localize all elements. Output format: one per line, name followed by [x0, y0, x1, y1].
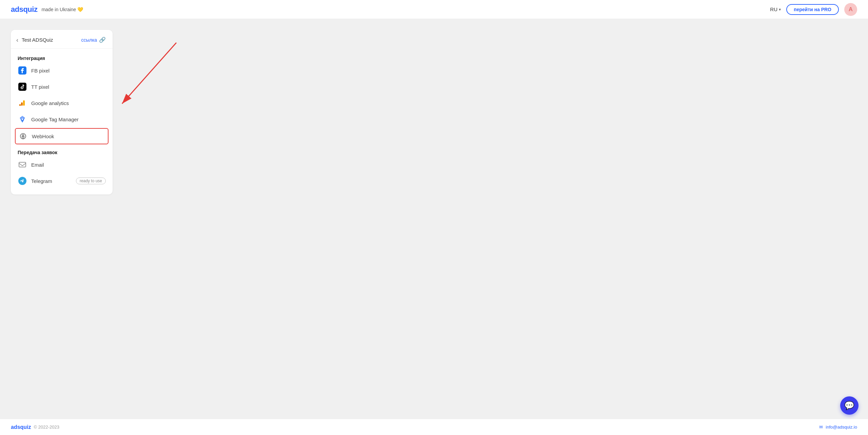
link-icon: 🔗 — [99, 37, 106, 43]
webhook-icon — [18, 131, 28, 141]
heart-icon: 💛 — [77, 7, 83, 12]
chat-icon: 💬 — [844, 401, 854, 410]
footer-right: ✉ info@adsquiz.io — [819, 424, 857, 430]
google-tag-manager-icon — [18, 115, 27, 124]
footer: adsquiz © 2022-2023 ✉ info@adsquiz.io — [0, 419, 868, 435]
svg-rect-1 — [18, 83, 26, 91]
sidebar-item-google-analytics[interactable]: Google analytics — [11, 95, 113, 111]
footer-left: adsquiz © 2022-2023 — [11, 424, 59, 430]
pro-button[interactable]: перейти на PRO — [786, 4, 839, 15]
webhook-label: WebHook — [32, 133, 54, 139]
fb-pixel-label: FB pixel — [31, 68, 50, 74]
ready-to-use-badge: ready to use — [76, 178, 106, 184]
email-label: Email — [31, 162, 44, 168]
tt-pixel-icon — [18, 82, 27, 91]
footer-logo: adsquiz — [11, 424, 31, 430]
email-icon — [18, 160, 27, 169]
svg-rect-7 — [19, 162, 26, 167]
back-button[interactable]: ‹ — [16, 37, 18, 43]
sidebar-item-email[interactable]: Email — [11, 157, 113, 173]
leads-section-label: Передача заявок — [11, 147, 113, 157]
svg-rect-2 — [23, 100, 25, 106]
avatar[interactable]: A — [844, 3, 857, 16]
tt-pixel-label: TT pixel — [31, 84, 49, 90]
header-left: adsquiz made in Ukraine 💛 — [11, 5, 83, 14]
footer-email[interactable]: info@adsquiz.io — [826, 424, 857, 430]
svg-point-6 — [22, 137, 24, 139]
svg-point-4 — [19, 104, 21, 106]
integration-section-label: Интеграция — [11, 53, 113, 62]
telegram-label: Telegram — [31, 178, 52, 184]
language-selector[interactable]: RU ▾ — [770, 6, 781, 12]
telegram-icon — [18, 176, 27, 186]
svg-rect-3 — [21, 102, 23, 106]
sidebar-item-tt-pixel[interactable]: TT pixel — [11, 79, 113, 95]
sidebar-item-telegram[interactable]: Telegram ready to use — [11, 173, 113, 189]
panel-title: Test ADSQuiz — [22, 37, 53, 43]
email-footer-icon: ✉ — [819, 424, 823, 430]
fb-pixel-icon — [18, 66, 27, 75]
svg-point-8 — [18, 177, 26, 185]
sidebar-item-google-tag-manager[interactable]: Google Tag Manager — [11, 111, 113, 127]
google-tag-manager-label: Google Tag Manager — [31, 117, 79, 122]
panel-header-left: ‹ Test ADSQuiz — [16, 37, 53, 43]
chevron-down-icon: ▾ — [779, 7, 781, 12]
header: adsquiz made in Ukraine 💛 RU ▾ перейти н… — [0, 0, 868, 19]
tagline: made in Ukraine 💛 — [41, 7, 83, 12]
footer-copyright: © 2022-2023 — [34, 424, 59, 430]
main-content: ‹ Test ADSQuiz ссылка 🔗 Интеграция FB pi… — [0, 19, 868, 419]
sidebar-item-fb-pixel[interactable]: FB pixel — [11, 62, 113, 79]
sidebar-panel: ‹ Test ADSQuiz ссылка 🔗 Интеграция FB pi… — [11, 30, 113, 194]
svg-point-5 — [22, 119, 23, 120]
google-analytics-label: Google analytics — [31, 100, 69, 106]
google-analytics-icon — [18, 98, 27, 108]
logo[interactable]: adsquiz — [11, 5, 37, 14]
link-button[interactable]: ссылка 🔗 — [81, 37, 106, 43]
chat-button[interactable]: 💬 — [840, 396, 859, 415]
header-right: RU ▾ перейти на PRO A — [770, 3, 857, 16]
panel-header: ‹ Test ADSQuiz ссылка 🔗 — [11, 35, 113, 49]
sidebar-item-webhook[interactable]: WebHook — [15, 128, 108, 144]
